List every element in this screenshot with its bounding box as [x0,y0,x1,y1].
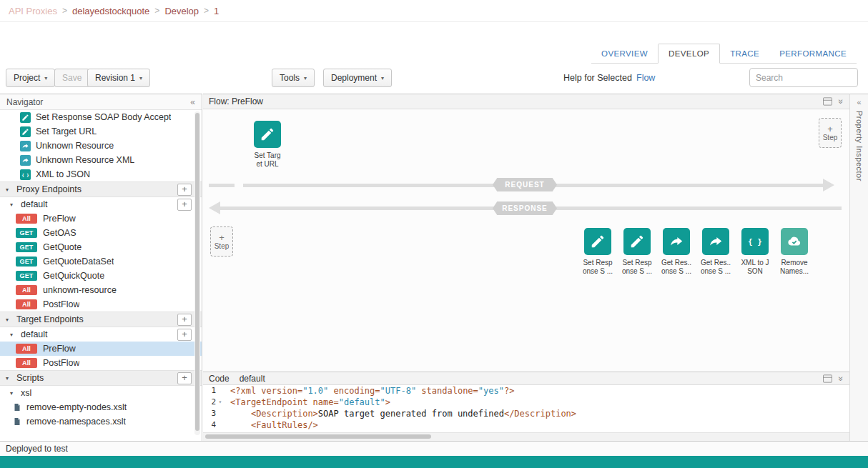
nav-item-label: GetQuickQuote [43,271,104,281]
add-button[interactable]: + [177,199,192,211]
line-number[interactable]: 2 [203,397,216,408]
nav-policy-xml-to-json[interactable]: { }XML to JSON [0,167,202,181]
flow-step-xml-to-j-son[interactable]: { }XML to JSON [741,228,769,276]
footer-bar [0,456,868,468]
method-badge: GET [16,228,37,238]
flow-panel: Flow: PreFlow » Set Target URL +Step +St… [203,94,849,372]
nav-flow-postflow[interactable]: AllPostFlow [0,297,202,312]
nav-section-scripts[interactable]: ▾Scripts+ [0,370,202,386]
split-panel-icon[interactable] [822,97,833,106]
nav-policy-set-response-soap-body-accept[interactable]: Set Response SOAP Body Accept [0,110,202,124]
nav-flow-preflow[interactable]: AllPreFlow [0,211,202,226]
nav-file-remove-empty-nodes-xslt[interactable]: remove-empty-nodes.xslt [0,400,202,414]
flow-step-get-res-onse-s[interactable]: Get Res..onse S ... [702,228,729,276]
scrollbar-thumb[interactable] [205,434,431,439]
split-panel-icon[interactable] [822,374,833,383]
nav-flow-getquotedataset[interactable]: GETGetQuoteDataSet [0,254,202,269]
breadcrumb-item-delayedstockquote[interactable]: delayedstockquote [72,6,149,16]
pencil-icon[interactable] [584,228,611,255]
nav-policy-unknown-resource[interactable]: Unknown Resource [0,139,202,153]
breadcrumb-item-api-proxies[interactable]: API Proxies [9,6,57,16]
tab-performance[interactable]: PERFORMANCE [769,44,857,63]
nav-item-label: PostFlow [43,358,79,368]
selected-flow-link[interactable]: Flow [636,73,655,83]
nav-flow-getoas[interactable]: GETGetOAS [0,226,202,240]
line-number[interactable]: 4 [203,419,216,431]
code-horizontal-scrollbar [203,432,849,441]
add-button[interactable]: + [177,329,192,341]
line-number[interactable]: 3 [203,408,216,419]
nav-section-proxy-endpoints[interactable]: ▾Proxy Endpoints+ [0,181,202,197]
breadcrumb-item-1[interactable]: 1 [214,6,219,16]
pencil-icon[interactable] [623,228,651,255]
nav-item-label: Set Response SOAP Body Accept [36,112,171,122]
search-input[interactable] [749,68,858,87]
file-icon [13,417,21,427]
tab-develop[interactable]: DEVELOP [658,44,720,64]
add-step-button[interactable]: +Step [819,118,842,148]
flow-title: Flow: PreFlow [209,96,263,106]
method-badge: All [16,344,37,354]
step-label: Get Res..onse S ... [661,259,691,276]
flow-step-set-resp-onse-s[interactable]: Set Response S ... [584,228,611,276]
flow-step-set-resp-onse-s[interactable]: Set Response S ... [623,228,651,276]
pencil-icon[interactable] [254,121,281,148]
forward-icon[interactable] [702,228,729,255]
nav-group-default[interactable]: ▾default+ [0,197,202,211]
nav-group-xsl[interactable]: ▾xsl [0,386,202,400]
line-number[interactable]: 1 [203,385,216,397]
expand-panel-icon[interactable]: « [857,98,861,106]
flow-step-remove-names[interactable]: RemoveNames... [781,228,808,276]
braces-icon[interactable]: { } [741,228,769,255]
breadcrumb-item-develop[interactable]: Develop [164,6,199,16]
fold-icon[interactable]: ▾ [216,397,225,408]
flow-step-set-targ-et-url[interactable]: Set Target URL [254,121,281,169]
tab-trace[interactable]: TRACE [720,44,769,63]
revision-menu-button[interactable]: Revision 1▾ [87,69,150,87]
forward-icon [20,141,31,151]
request-flow-line [209,184,235,187]
deployment-menu-button[interactable]: Deployment▾ [323,69,392,87]
caret-down-icon: ▾ [304,75,307,81]
collapse-panel-icon[interactable]: » [837,376,846,381]
nav-flow-preflow[interactable]: AllPreFlow [0,342,202,356]
revision-label: Revision 1 [95,73,135,83]
toolbar: Project▾ Save Revision 1▾ Tools▾ Deploym… [0,64,868,91]
collapse-panel-icon[interactable]: » [837,99,846,104]
add-button[interactable]: + [177,314,192,326]
nav-flow-getquote[interactable]: GETGetQuote [0,240,202,254]
cloud-icon[interactable] [781,228,808,255]
forward-icon[interactable] [663,228,690,255]
method-badge: All [16,299,37,309]
nav-policy-unknown-resource-xml[interactable]: Unknown Resource XML [0,153,202,167]
request-tag: REQUEST [493,178,557,191]
caret-down-icon: ▾ [381,75,384,81]
flow-step-get-res-onse-s[interactable]: Get Res..onse S ... [663,228,690,276]
code-text: <TargetEndpoint name="default"> [230,397,390,408]
step-label: Set Response S ... [622,259,652,276]
nav-flow-getquickquote[interactable]: GETGetQuickQuote [0,269,202,283]
fold-spacer [216,419,225,431]
nav-flow-postflow[interactable]: AllPostFlow [0,356,202,370]
project-menu-button[interactable]: Project▾ [6,69,55,87]
nav-policy-set-target-url[interactable]: Set Target URL [0,124,202,139]
method-badge: All [16,285,37,295]
add-button[interactable]: + [177,372,192,384]
nav-file-remove-namespaces-xslt[interactable]: remove-namespaces.xslt [0,414,202,429]
add-step-button[interactable]: +Step [210,226,233,257]
collapse-left-icon[interactable]: « [190,97,195,107]
add-button[interactable]: + [177,184,192,196]
code-text: <FaultRules/> [230,419,318,431]
nav-flow-unknown-resource[interactable]: Allunknown-resource [0,283,202,297]
nav-section-target-endpoints[interactable]: ▾Target Endpoints+ [0,312,202,327]
nav-item-label: default [21,329,48,339]
breadcrumb: API Proxies>delayedstockquote>Develop>1 [0,0,868,22]
tools-menu-button[interactable]: Tools▾ [272,69,315,87]
pencil-icon [20,126,31,137]
tab-overview[interactable]: OVERVIEW [591,44,658,63]
line-gutter: 2▾ [203,397,225,408]
scrollbar-thumb[interactable] [195,113,199,431]
save-button[interactable]: Save [54,69,89,87]
nav-group-default[interactable]: ▾default+ [0,327,202,342]
code-context-label[interactable]: default [240,374,265,384]
